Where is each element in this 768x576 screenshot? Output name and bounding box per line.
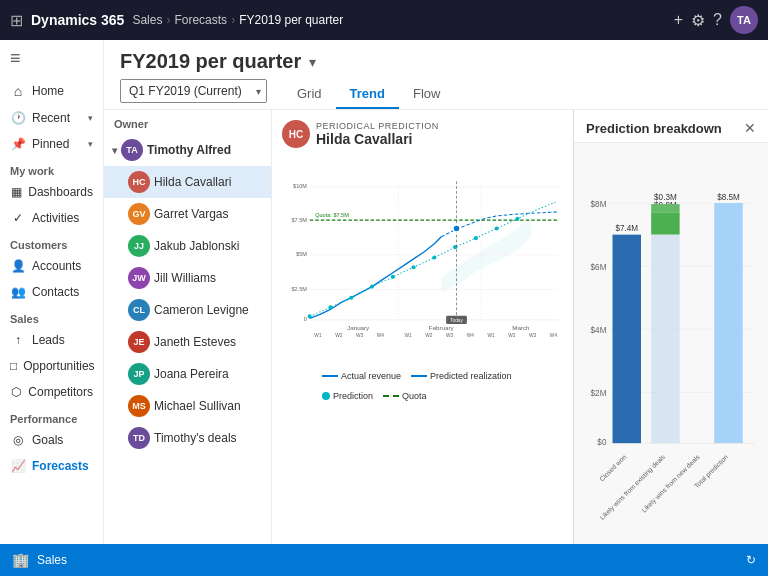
legend-actual: Actual revenue <box>341 371 401 381</box>
sidebar-item-activities[interactable]: ✓ Activities <box>0 205 103 231</box>
sidebar-item-dashboards[interactable]: ▦ Dashboards <box>0 179 103 205</box>
svg-rect-59 <box>651 235 679 444</box>
sidebar-item-label: Goals <box>32 433 63 447</box>
settings-icon[interactable]: ⚙ <box>691 11 705 30</box>
svg-text:March: March <box>512 324 530 331</box>
svg-point-27 <box>474 236 478 240</box>
close-icon[interactable]: ✕ <box>744 120 756 136</box>
svg-point-25 <box>432 255 436 259</box>
contacts-icon: 👥 <box>10 285 26 299</box>
avatar: JW <box>128 267 150 289</box>
sidebar-item-home[interactable]: ⌂ Home <box>0 77 103 105</box>
sidebar-item-label: Leads <box>32 333 65 347</box>
my-work-header: My work <box>0 157 103 179</box>
svg-point-23 <box>391 275 395 279</box>
svg-text:$10M: $10M <box>293 183 307 189</box>
grid-icon[interactable]: ⊞ <box>10 11 23 30</box>
avatar: TA <box>121 139 143 161</box>
sidebar-menu-icon[interactable]: ≡ <box>0 40 103 77</box>
svg-point-29 <box>515 217 519 221</box>
owner-item-jill[interactable]: JW Jill Williams <box>104 262 271 294</box>
sidebar-item-pinned[interactable]: 📌 Pinned ▾ <box>0 131 103 157</box>
avatar: TD <box>128 427 150 449</box>
svg-text:Closed won: Closed won <box>598 453 628 483</box>
owner-item-timothys-deals[interactable]: TD Timothy's deals <box>104 422 271 454</box>
sidebar-item-label: Opportunities <box>23 359 94 373</box>
svg-point-20 <box>328 305 332 309</box>
main-content: FY2019 per quarter ▾ Q1 FY2019 (Current)… <box>104 40 768 544</box>
legend-quota: Quota <box>402 391 427 401</box>
svg-text:W3: W3 <box>446 333 454 338</box>
refresh-icon[interactable]: ↻ <box>746 553 756 567</box>
sidebar-item-contacts[interactable]: 👥 Contacts <box>0 279 103 305</box>
quarter-select[interactable]: Q1 FY2019 (Current) <box>120 79 267 103</box>
sidebar-item-label: Dashboards <box>28 185 93 199</box>
sidebar-item-leads[interactable]: ↑ Leads <box>0 327 103 353</box>
svg-text:W1: W1 <box>314 333 322 338</box>
breakdown-content: $8M $6M $4M $2M $0 <box>574 143 768 544</box>
svg-text:Likely wins from existing deal: Likely wins from existing deals <box>598 453 667 522</box>
svg-text:February: February <box>429 324 455 331</box>
chart-legend: Actual revenue Predicted realization Pre… <box>282 371 559 401</box>
avatar: MS <box>128 395 150 417</box>
quarter-select-wrap[interactable]: Q1 FY2019 (Current) ▾ <box>120 79 267 103</box>
breadcrumb-sales[interactable]: Sales <box>132 13 162 27</box>
recent-icon: 🕐 <box>10 111 26 125</box>
owner-name: Hilda Cavallari <box>154 175 231 189</box>
chart-and-prediction: HC PERIODICAL PREDICTION Hilda Cavallari <box>272 110 768 544</box>
top-nav: ⊞ Dynamics 365 Sales › Forecasts › FY201… <box>0 0 768 40</box>
opportunities-icon: □ <box>10 359 17 373</box>
title-chevron-icon[interactable]: ▾ <box>309 54 316 70</box>
sidebar-item-accounts[interactable]: 👤 Accounts <box>0 253 103 279</box>
svg-text:$6M: $6M <box>591 263 607 272</box>
sidebar-item-label: Activities <box>32 211 79 225</box>
svg-text:$2.5M: $2.5M <box>292 286 308 292</box>
owner-item-michael[interactable]: MS Michael Sullivan <box>104 390 271 422</box>
owner-name: Cameron Levigne <box>154 303 249 317</box>
avatar: JJ <box>128 235 150 257</box>
tabs: Grid Trend Flow <box>283 80 454 109</box>
owner-name: Michael Sullivan <box>154 399 241 413</box>
sidebar-item-competitors[interactable]: ⬡ Competitors <box>0 379 103 405</box>
person-name: Hilda Cavallari <box>316 131 439 147</box>
breadcrumb-forecasts[interactable]: Forecasts <box>174 13 227 27</box>
sidebar-item-forecasts[interactable]: 📈 Forecasts <box>0 453 103 479</box>
avatar: JP <box>128 363 150 385</box>
svg-text:$8M: $8M <box>591 200 607 209</box>
tab-trend[interactable]: Trend <box>336 80 399 109</box>
line-chart: $10M $7.5M $5M $2.5M 0 <box>282 156 559 536</box>
sidebar-item-label: Competitors <box>28 385 93 399</box>
sidebar-item-goals[interactable]: ◎ Goals <box>0 427 103 453</box>
svg-text:W2: W2 <box>335 333 343 338</box>
owner-item-joana[interactable]: JP Joana Pereira <box>104 358 271 390</box>
svg-text:W1: W1 <box>404 333 412 338</box>
help-icon[interactable]: ? <box>713 11 722 29</box>
tab-flow[interactable]: Flow <box>399 80 454 109</box>
owner-item-jakub[interactable]: JJ Jakub Jablonski <box>104 230 271 262</box>
sidebar-item-label: Pinned <box>32 137 69 151</box>
svg-text:$8.5M: $8.5M <box>717 193 740 202</box>
svg-text:W2: W2 <box>508 333 516 338</box>
owner-item-janeth[interactable]: JE Janeth Esteves <box>104 326 271 358</box>
line-chart-svg: $10M $7.5M $5M $2.5M 0 <box>282 156 559 366</box>
svg-text:0: 0 <box>304 316 307 322</box>
owner-item-cameron[interactable]: CL Cameron Levigne <box>104 294 271 326</box>
owner-item-garret[interactable]: GV Garret Vargas <box>104 198 271 230</box>
breadcrumb-sep2: › <box>231 13 235 27</box>
avatar: CL <box>128 299 150 321</box>
svg-text:W3: W3 <box>356 333 364 338</box>
owner-panel: Owner ▾ TA Timothy Alfred HC Hilda Caval… <box>104 110 272 544</box>
forecasts-icon: 📈 <box>10 459 26 473</box>
owner-name: Jakub Jablonski <box>154 239 239 253</box>
status-label: Sales <box>37 553 67 567</box>
owner-item-timothy-alfred[interactable]: ▾ TA Timothy Alfred <box>104 134 271 166</box>
tab-grid[interactable]: Grid <box>283 80 336 109</box>
chevron-down-icon: ▾ <box>88 113 93 123</box>
sidebar-item-recent[interactable]: 🕐 Recent ▾ <box>0 105 103 131</box>
competitors-icon: ⬡ <box>10 385 22 399</box>
user-avatar[interactable]: TA <box>730 6 758 34</box>
owner-item-hilda[interactable]: HC Hilda Cavallari <box>104 166 271 198</box>
expand-icon: ▾ <box>112 145 117 156</box>
sidebar-item-opportunities[interactable]: □ Opportunities <box>0 353 103 379</box>
add-icon[interactable]: + <box>674 11 683 29</box>
